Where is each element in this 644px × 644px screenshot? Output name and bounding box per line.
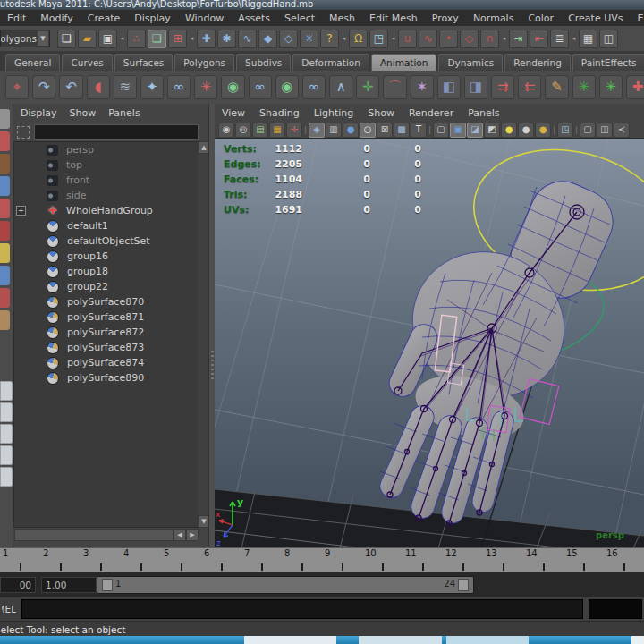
playback-start-field[interactable]: 1.00 xyxy=(41,577,97,593)
default-material-icon[interactable]: ○ xyxy=(360,123,376,138)
taskbar-spacer[interactable] xyxy=(529,636,632,644)
layout-persp-outliner-button[interactable] xyxy=(0,445,13,465)
viewport-menu-item[interactable]: Lighting xyxy=(314,107,353,119)
resolution-gate-icon[interactable]: ▥ xyxy=(326,123,342,138)
outliner-item-group18[interactable]: group18 xyxy=(14,264,198,279)
menu-item[interactable]: Assets xyxy=(231,13,277,24)
all-lights-icon[interactable]: ● xyxy=(535,123,551,138)
frame-tick[interactable]: 9 xyxy=(322,548,362,573)
shelf-tab[interactable]: Rendering xyxy=(504,54,571,71)
highlight-selection-icon[interactable]: ◳ xyxy=(369,30,388,48)
construction-history-icon[interactable]: ≣ xyxy=(550,30,569,48)
menu-item[interactable]: Edit Mesh xyxy=(362,13,425,24)
show-manip-icon[interactable] xyxy=(0,288,10,308)
frame-tick[interactable]: 6 xyxy=(201,548,242,573)
range-slider[interactable]: 1 24 xyxy=(97,576,474,594)
shelf-tab[interactable]: Polygons xyxy=(174,54,234,71)
select-component-icon[interactable]: ⊞ xyxy=(168,30,187,48)
outliner-item-top[interactable]: top xyxy=(14,157,198,173)
hud-text-icon[interactable]: T xyxy=(411,123,427,138)
skin-detach-icon[interactable]: ⇇ xyxy=(518,75,541,99)
taskbar-button[interactable] xyxy=(446,636,529,644)
outliner-item-polysurface872[interactable]: polySurface872 xyxy=(14,325,198,340)
construction-outputs-icon[interactable]: ⇤ xyxy=(530,30,548,48)
local-axis-icon[interactable]: ✛ xyxy=(356,75,379,99)
menu-item[interactable]: Create xyxy=(80,13,128,24)
mask-surfaces-icon[interactable]: ◆ xyxy=(258,30,277,48)
head-split-icon[interactable]: ◧ xyxy=(437,75,461,99)
set-driven-key-icon[interactable]: ✚ xyxy=(626,75,644,99)
outliner-item-group22[interactable]: group22 xyxy=(14,279,198,294)
view-axis-icon[interactable]: ✛ xyxy=(286,123,302,138)
scale-tool-icon[interactable] xyxy=(0,221,10,241)
outliner-vscrollbar[interactable] xyxy=(198,141,208,526)
soft-mod-icon[interactable] xyxy=(0,266,10,285)
frame-tick[interactable]: 4 xyxy=(121,548,161,573)
menu-item[interactable]: Window xyxy=(178,13,231,24)
frame-tick[interactable]: 16 xyxy=(604,548,644,573)
set-key-icon[interactable]: ⌖ xyxy=(5,75,29,99)
image-plane-icon[interactable]: ▦ xyxy=(269,123,285,138)
outliner-item-polysurface870[interactable]: polySurface870 xyxy=(14,294,198,309)
character-rig-icon[interactable]: ✶ xyxy=(411,75,434,99)
save-scene-icon[interactable]: ▣ xyxy=(98,30,117,48)
filter-icon[interactable] xyxy=(17,126,30,139)
menu-item[interactable]: Mesh xyxy=(322,13,362,24)
menu-item[interactable]: Color xyxy=(521,13,561,24)
stand-figure-icon[interactable]: ✦ xyxy=(140,75,164,99)
viewport-canvas[interactable]: y x z persp Verts: 1112 0 0 Edges: 2205 xyxy=(215,138,644,548)
field-chart-icon[interactable]: ▩ xyxy=(394,123,410,138)
menu-set-dropdown[interactable]: Polygons ▼ xyxy=(0,30,50,47)
layout-two-pane-button[interactable] xyxy=(0,402,13,422)
taskbar-spacer[interactable] xyxy=(336,636,359,644)
multi-cube-icon[interactable]: ◫ xyxy=(597,123,613,138)
outliner-item-persp[interactable]: persp xyxy=(14,142,198,157)
command-input[interactable] xyxy=(21,599,583,619)
open-scene-icon[interactable]: ▰ xyxy=(78,30,97,48)
move-tool-icon[interactable] xyxy=(0,176,10,196)
mask-misc-icon[interactable]: ? xyxy=(320,30,339,48)
select-object-icon[interactable]: ❏ xyxy=(148,30,166,48)
outliner-item-default1[interactable]: default1 xyxy=(14,218,198,233)
render-current-frame-icon[interactable]: ◫ xyxy=(599,30,618,48)
paint-weights-icon[interactable]: ✎ xyxy=(545,75,568,99)
snap-curve-icon[interactable]: ∿ xyxy=(419,30,437,48)
outliner-menu-item[interactable]: Display xyxy=(21,107,57,119)
frame-tick[interactable]: 2 xyxy=(40,548,80,573)
viewport-menu-item[interactable]: Shading xyxy=(259,107,300,119)
last-tool-icon[interactable] xyxy=(0,310,10,330)
shelf-tab[interactable]: PaintEffects xyxy=(572,54,644,71)
new-scene-icon[interactable]: ❏ xyxy=(57,30,76,48)
outliner-search-input[interactable] xyxy=(34,124,199,140)
menu-item[interactable]: Proxy xyxy=(425,13,466,24)
shelf-tab[interactable]: General xyxy=(5,54,60,71)
camera-attributes-icon[interactable]: ◎ xyxy=(235,123,251,138)
joint-tool-icon[interactable]: ∞ xyxy=(167,75,191,99)
mel-label[interactable]: MEL xyxy=(2,604,16,614)
head-pair-icon[interactable]: ◨ xyxy=(464,75,487,99)
shelf-tab[interactable]: Subdivs xyxy=(236,54,291,71)
share-icon[interactable]: ≺ xyxy=(614,123,630,138)
ik-arc-icon[interactable]: ⌒ xyxy=(383,75,406,99)
ghost-figure-icon[interactable]: ≋ xyxy=(114,75,137,99)
construction-inputs-icon[interactable]: ⇥ xyxy=(509,30,528,48)
no-lights-icon[interactable]: ● xyxy=(501,123,517,138)
mask-deformations-icon[interactable]: ◇ xyxy=(279,30,298,48)
gate-mask-icon[interactable]: ⊠ xyxy=(377,123,393,138)
range-start-handle[interactable] xyxy=(102,579,113,591)
default-light-icon[interactable]: ● xyxy=(518,123,534,138)
frame-tick[interactable]: 7 xyxy=(242,548,282,573)
select-highlight-icon[interactable]: ◳ xyxy=(557,123,573,138)
snap-live-icon[interactable]: ∩ xyxy=(480,30,499,48)
outliner-item-front[interactable]: front xyxy=(14,173,198,188)
snap-point-icon[interactable]: • xyxy=(439,30,458,48)
outliner-item-polysurface874[interactable]: polySurface874 xyxy=(14,355,198,370)
frame-tick[interactable]: 8 xyxy=(282,548,322,573)
ik-handle-icon[interactable]: ↷ xyxy=(32,75,55,99)
range-end-handle[interactable] xyxy=(458,579,469,591)
snap-grid-icon[interactable]: ∪ xyxy=(398,30,417,48)
frame-tick[interactable]: 5 xyxy=(161,548,201,573)
frame-tick[interactable]: 3 xyxy=(80,548,121,573)
lasso-tool-icon[interactable] xyxy=(0,131,10,151)
taskbar-button[interactable] xyxy=(359,636,443,644)
